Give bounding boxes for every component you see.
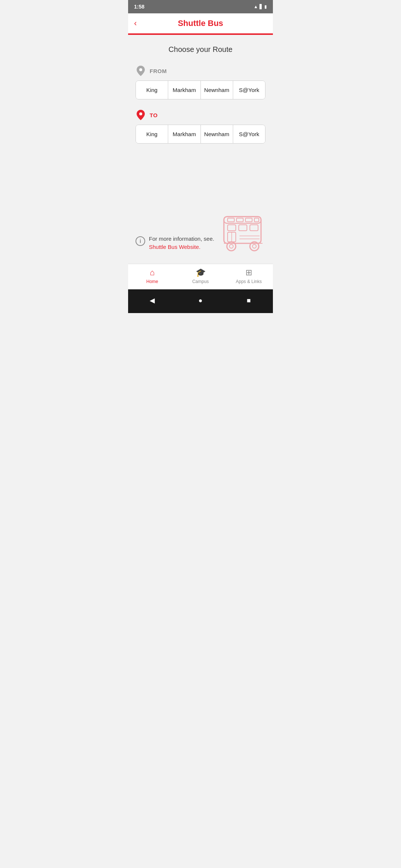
from-label: FROM — [150, 68, 167, 74]
nav-home-button[interactable]: ⌂ Home — [128, 264, 176, 289]
battery-icon: ▮ — [264, 4, 267, 9]
svg-rect-7 — [254, 218, 259, 222]
to-syork-button[interactable]: S@York — [233, 125, 265, 143]
to-markham-button[interactable]: Markham — [168, 125, 200, 143]
to-section: TO King Markham Newnham S@York — [136, 110, 265, 144]
svg-rect-4 — [228, 218, 234, 222]
signal-icon: ▋ — [260, 4, 263, 9]
svg-point-18 — [252, 244, 256, 248]
nav-campus-button[interactable]: 🎓 Campus — [176, 264, 225, 289]
main-content: Choose your Route FROM King Markham Newn… — [128, 35, 273, 264]
header: ‹ Shuttle Bus — [128, 13, 273, 33]
sys-recents-button[interactable]: ■ — [241, 293, 256, 308]
system-nav: ◀ ● ■ — [128, 289, 273, 313]
to-label-row: TO — [136, 110, 265, 120]
to-king-button[interactable]: King — [136, 125, 168, 143]
nav-apps-button[interactable]: ⊞ Apps & Links — [225, 264, 273, 289]
from-section: FROM King Markham Newnham S@York — [136, 66, 265, 99]
info-section: i For more information, see. Shuttle Bus… — [136, 228, 265, 254]
wifi-icon: ▲ — [254, 4, 258, 9]
svg-point-0 — [139, 68, 142, 71]
status-icons: ▲ ▋ ▮ — [254, 4, 267, 9]
svg-rect-8 — [228, 225, 236, 231]
svg-point-1 — [139, 112, 142, 115]
sys-back-button[interactable]: ◀ — [145, 293, 160, 308]
svg-rect-6 — [245, 218, 252, 222]
svg-rect-5 — [237, 218, 243, 222]
status-bar: 1:58 ▲ ▋ ▮ — [128, 0, 273, 13]
home-icon: ⌂ — [150, 268, 154, 277]
from-label-row: FROM — [136, 66, 265, 76]
from-pin-icon — [136, 66, 146, 76]
shuttle-bus-website-link[interactable]: Shuttle Bus Website. — [149, 244, 214, 250]
sys-home-button[interactable]: ● — [193, 293, 208, 308]
to-pin-icon — [136, 110, 146, 120]
from-newnham-button[interactable]: Newnham — [201, 81, 233, 99]
from-button-group: King Markham Newnham S@York — [136, 80, 265, 99]
bus-illustration — [221, 213, 265, 254]
svg-point-16 — [229, 244, 233, 248]
svg-rect-2 — [224, 217, 261, 243]
svg-rect-9 — [239, 225, 247, 231]
status-time: 1:58 — [134, 4, 144, 10]
to-newnham-button[interactable]: Newnham — [201, 125, 233, 143]
svg-rect-3 — [224, 217, 261, 223]
to-label: TO — [150, 112, 158, 118]
info-text: For more information, see. — [149, 236, 214, 242]
nav-apps-label: Apps & Links — [236, 279, 262, 284]
nav-campus-label: Campus — [192, 279, 209, 284]
info-text-block: For more information, see. Shuttle Bus W… — [149, 236, 214, 250]
campus-icon: 🎓 — [196, 268, 206, 277]
info-icon: i — [136, 236, 145, 246]
from-syork-button[interactable]: S@York — [233, 81, 265, 99]
from-markham-button[interactable]: Markham — [168, 81, 200, 99]
to-button-group: King Markham Newnham S@York — [136, 125, 265, 144]
page-subtitle: Choose your Route — [136, 45, 265, 54]
apps-icon: ⊞ — [245, 268, 252, 277]
from-king-button[interactable]: King — [136, 81, 168, 99]
bottom-nav: ⌂ Home 🎓 Campus ⊞ Apps & Links — [128, 264, 273, 289]
back-button[interactable]: ‹ — [134, 19, 137, 27]
nav-home-label: Home — [146, 279, 158, 284]
svg-rect-10 — [250, 225, 258, 231]
page-title: Shuttle Bus — [178, 19, 223, 28]
